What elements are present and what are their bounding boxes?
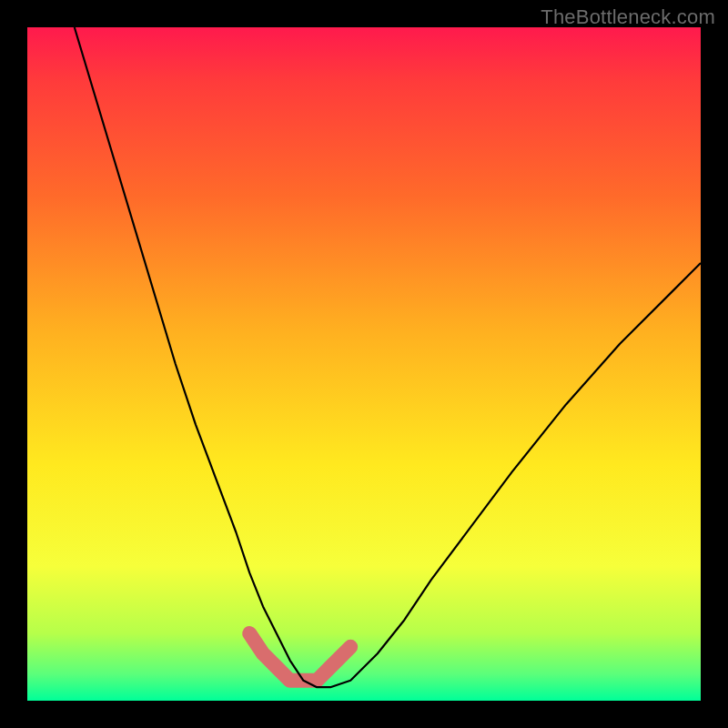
watermark-text: TheBottleneck.com [541, 5, 715, 29]
valley-highlight-path [249, 633, 350, 681]
plot-area [27, 27, 701, 701]
curve-layer [27, 27, 701, 701]
chart-frame: TheBottleneck.com [0, 0, 728, 728]
bottleneck-curve-path [75, 27, 701, 687]
